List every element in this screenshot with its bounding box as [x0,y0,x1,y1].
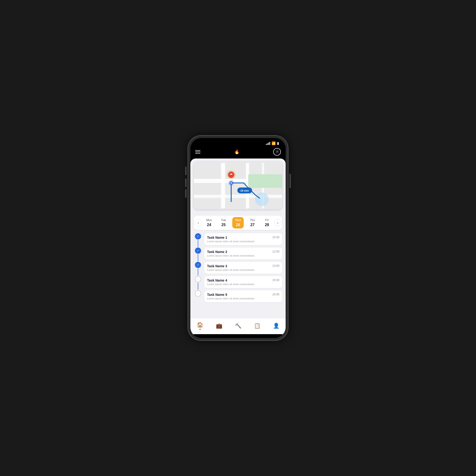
task-name: Task Name 1 [207,236,227,239]
check-circle[interactable]: ✓ [195,262,201,268]
task-header: Task Name 4 15:00 [207,278,279,282]
content-area: 19 min [190,158,286,334]
timeline-col: ✓ [194,262,202,276]
day-item-27[interactable]: Thu 27 [247,217,258,228]
task-timeline: ✓ Task Name 1 10:30 Lorem ipsum dolor si… [194,233,282,305]
day-num: 25 [221,223,226,227]
home-icon: 🏠 [197,322,203,328]
task-desc: Lorem ipsum dolor sit amet consectetuer. [207,240,279,243]
task-name: Task Name 3 [207,264,227,268]
day-item-26[interactable]: Wed 26 [232,217,244,228]
svg-text:19 min: 19 min [240,189,249,192]
task-card[interactable]: Task Name 3 13:00 Lorem ipsum dolor sit … [204,262,282,274]
task-card[interactable]: Task Name 2 12:00 Lorem ipsum dolor sit … [204,248,282,259]
check-circle[interactable]: ✓ [195,276,201,282]
check-circle[interactable]: ✓ [195,233,201,239]
task-card[interactable]: Task Name 5 16:00 Lorem ipsum dolor sit … [204,290,282,302]
task-card[interactable]: Task Name 4 15:00 Lorem ipsum dolor sit … [204,276,282,288]
task-name: Task Name 5 [207,293,227,297]
day-name: Wed [235,219,241,222]
nav-item-profile[interactable]: 👤 [270,322,282,330]
week-row: ‹ Mon 24 Tue 25 Wed 26 Thu 27 Fri 28 › [194,216,282,230]
day-num: 26 [236,223,240,227]
task-row: ✓ Task Name 4 15:00 Lorem ipsum dolor si… [194,276,282,290]
svg-rect-2 [221,163,225,208]
day-name: Fri [265,219,269,222]
nav-item-jobs[interactable]: 💼 [213,322,225,330]
nav-item-tools[interactable]: 🔨 [232,322,244,330]
task-desc: Lorem ipsum dolor sit amet consectetuer. [207,297,279,300]
task-desc: Lorem ipsum dolor sit amet consectetuer. [207,269,279,271]
map-container[interactable]: 19 min [194,162,282,209]
tools-icon: 🔨 [235,323,241,329]
check-circle[interactable]: ✓ [195,290,201,297]
wifi-icon: 📶 [272,141,276,145]
flame-icon: 🔥 [234,149,239,154]
nav-active-dot [200,329,201,330]
logo: 🔥 [234,149,239,154]
day-num: 24 [207,223,211,227]
task-name: Task Name 2 [207,250,227,254]
task-header: Task Name 3 13:00 [207,264,279,268]
days-container: Mon 24 Tue 25 Wed 26 Thu 27 Fri 28 [202,217,274,228]
app-screen: 🔥 ⏱ [190,146,286,334]
phone-screen: 📶 ▮ 🔥 ⏱ [190,138,286,338]
day-item-25[interactable]: Tue 25 [218,217,229,228]
signal-icon [266,142,270,145]
check-circle[interactable]: ✓ [195,248,201,254]
status-icons: 📶 ▮ [266,141,279,145]
nav-item-notes[interactable]: 📋 [251,322,263,330]
task-desc: Lorem ipsum dolor sit amet consectetuer. [207,283,279,286]
timeline-col: ✓ [194,276,202,290]
dynamic-island [225,141,251,149]
task-card[interactable]: Task Name 1 10:30 Lorem ipsum dolor sit … [204,233,282,245]
task-header: Task Name 2 12:00 [207,250,279,254]
task-time: 16:00 [272,293,279,296]
battery-icon: ▮ [277,141,279,145]
day-name: Mon [206,219,212,222]
day-item-28[interactable]: Fri 28 [261,217,273,228]
task-header: Task Name 5 16:00 [207,293,279,297]
phone-frame: 📶 ▮ 🔥 ⏱ [188,136,288,340]
svg-point-16 [231,182,232,184]
day-num: 28 [265,223,269,227]
profile-icon: 👤 [273,323,279,329]
task-row: ✓ Task Name 2 12:00 Lorem ipsum dolor si… [194,248,282,262]
jobs-icon: 💼 [216,323,222,329]
tasks-section: ✓ Task Name 1 10:30 Lorem ipsum dolor si… [190,230,286,318]
task-time: 10:30 [272,236,279,239]
menu-button[interactable] [195,150,200,153]
day-item-24[interactable]: Mon 24 [203,217,215,228]
prev-week-button[interactable]: ‹ [195,219,202,226]
timeline-line [198,283,198,290]
day-num: 27 [250,223,255,227]
calendar-section: ‹ Mon 24 Tue 25 Wed 26 Thu 27 Fri 28 › [190,209,286,230]
nav-item-home[interactable]: 🏠 [194,321,206,331]
bottom-nav: 🏠💼🔨📋👤 [190,318,286,334]
task-time: 15:00 [272,278,279,282]
svg-rect-4 [194,195,282,198]
timeline-line [198,254,198,261]
day-name: Thu [250,219,255,222]
map-svg: 19 min [194,162,282,209]
timeline-line [198,240,198,247]
day-name: Tue [221,219,226,222]
timeline-line [198,269,198,276]
timeline-col: ✓ [194,233,202,248]
task-name: Task Name 4 [207,278,227,282]
task-row: ✓ Task Name 5 16:00 Lorem ipsum dolor si… [194,290,282,305]
task-header: Task Name 1 10:30 [207,236,279,239]
timer-button[interactable]: ⏱ [273,148,281,156]
svg-rect-6 [248,174,282,188]
notes-icon: 📋 [254,323,260,329]
svg-point-7 [255,192,269,206]
task-desc: Lorem ipsum dolor sit amet consectetuer. [207,254,279,257]
task-time: 12:00 [272,250,279,253]
task-row: ✓ Task Name 1 10:30 Lorem ipsum dolor si… [194,233,282,248]
task-row: ✓ Task Name 3 13:00 Lorem ipsum dolor si… [194,262,282,276]
timeline-col: ✓ [194,290,202,305]
next-week-button[interactable]: › [274,219,281,226]
timeline-col: ✓ [194,248,202,262]
task-time: 13:00 [272,264,279,268]
